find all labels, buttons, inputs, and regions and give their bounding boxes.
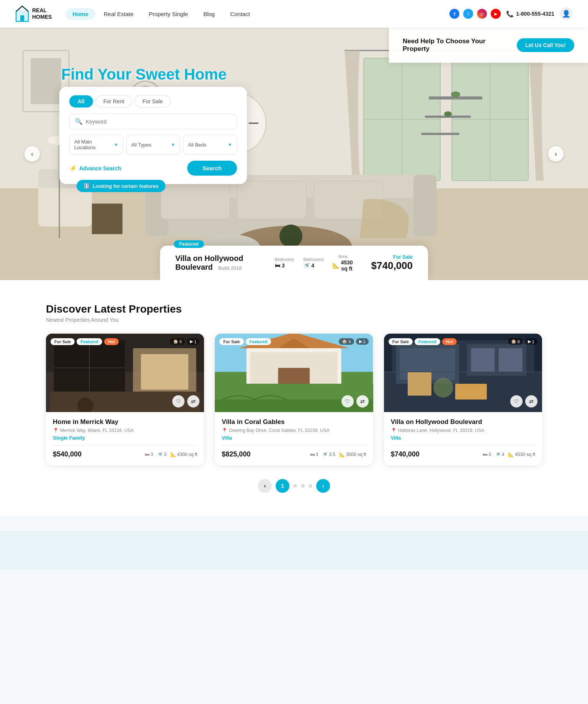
- photo-count-1: 🏠 6: [170, 338, 185, 345]
- card-price-2: $825,000: [222, 450, 250, 458]
- location-pin-3: 📍: [391, 428, 397, 433]
- favorite-btn-1[interactable]: ♡: [172, 395, 185, 407]
- dropdown-arrow-2: ▼: [171, 142, 175, 147]
- card-title-3: Villa on Hollywood Boulevard: [391, 418, 535, 426]
- nav-home[interactable]: Home: [65, 8, 95, 20]
- compare-btn-2[interactable]: ⇄: [356, 395, 369, 407]
- nav-right: f t ◎ ▶ 📞 1-800-555-4321 👤: [449, 7, 573, 20]
- card-counts-2: 🏠 4 ▶ 1: [339, 338, 368, 345]
- card-price-1: $540,000: [53, 450, 82, 458]
- nav-property-single[interactable]: Property Single: [142, 8, 195, 20]
- property-card-3[interactable]: For Sale Featured Hot 🏠 8 ▶ 1 ♡ ⇄ Villa …: [384, 334, 542, 465]
- prev-page-button[interactable]: ‹: [258, 479, 272, 493]
- featured-info: Villa on Hollywood Boulevard Build 2018: [175, 254, 267, 272]
- type-dropdown[interactable]: All Types ▼: [126, 135, 180, 155]
- compare-btn-3[interactable]: ⇄: [525, 395, 537, 407]
- search-dropdowns: All Main Locations ▼ All Types ▼ All Bed…: [69, 135, 237, 155]
- badge-sale-1: For Sale: [51, 338, 75, 345]
- svg-rect-74: [455, 384, 487, 399]
- svg-rect-33: [161, 181, 230, 219]
- badge-featured-2: Featured: [246, 338, 271, 345]
- dropdown-arrow-3: ▼: [228, 142, 232, 147]
- card-title-1: Home in Merrick Way: [53, 418, 197, 426]
- location-pin-2: 📍: [222, 428, 227, 433]
- logo[interactable]: REAL HOMES: [15, 5, 52, 23]
- photo-count-3: 🏠 8: [508, 338, 523, 345]
- call-button[interactable]: Let Us Call You!: [517, 38, 574, 52]
- search-button[interactable]: Search: [187, 161, 237, 176]
- svg-point-38: [279, 225, 302, 248]
- keyword-input[interactable]: [86, 119, 231, 125]
- featured-stats: Bedrooms 🛏 3 Bathrooms 🚿 4 Area 📐 4530 s…: [275, 254, 353, 272]
- discover-section: Discover Latest Properties Newest Proper…: [0, 280, 588, 516]
- twitter-icon[interactable]: t: [463, 9, 473, 19]
- hero-title: Find Your Sweet Home: [61, 66, 227, 83]
- card-image-1: For Sale Featured Hot 🏠 6 ▶ 1 ♡ ⇄: [46, 334, 204, 412]
- page-dot-2[interactable]: [301, 484, 305, 488]
- nav-contact[interactable]: Contact: [223, 8, 257, 20]
- tab-all[interactable]: All: [69, 95, 93, 108]
- tab-for-sale[interactable]: For Sale: [134, 95, 171, 108]
- nav-links: Home Real Estate Property Single Blog Co…: [65, 8, 257, 20]
- spec-area-1: 📐 4300 sq ft: [170, 452, 198, 457]
- facebook-icon[interactable]: f: [449, 9, 459, 19]
- discover-header: Discover Latest Properties Newest Proper…: [46, 303, 542, 323]
- svg-rect-71: [471, 348, 495, 372]
- property-card-1[interactable]: For Sale Featured Hot 🏠 6 ▶ 1 ♡ ⇄ Home i…: [46, 334, 204, 465]
- carousel-prev[interactable]: ‹: [24, 146, 40, 161]
- featured-badge: Featured: [174, 240, 204, 248]
- compare-btn-1[interactable]: ⇄: [187, 395, 199, 407]
- tab-for-rent[interactable]: For Rent: [95, 95, 132, 108]
- nav-real-estate[interactable]: Real Estate: [97, 8, 140, 20]
- card-footer-1: $540,000 🛏 3 🚿 3 📐 4300 sq ft: [53, 445, 197, 458]
- card-actions-3: ♡ ⇄: [510, 395, 537, 407]
- badge-hot-3: Hot: [442, 338, 457, 345]
- advance-search-button[interactable]: ⚡ Advance Search: [69, 165, 121, 172]
- phone-btn[interactable]: 📞 1-800-555-4321: [506, 10, 554, 18]
- bathrooms-value: 🚿 4: [303, 262, 323, 269]
- dropdown-arrow-1: ▼: [114, 142, 118, 147]
- carousel-next[interactable]: ›: [548, 146, 564, 161]
- card-body-3: Villa on Hollywood Boulevard 📍 Hatteras …: [384, 412, 542, 465]
- page-dot-1[interactable]: [293, 484, 297, 488]
- pagination: ‹ 1 ›: [46, 479, 542, 493]
- user-avatar[interactable]: 👤: [560, 7, 573, 20]
- info-icon: ℹ️: [83, 183, 90, 189]
- property-grid: For Sale Featured Hot 🏠 6 ▶ 1 ♡ ⇄ Home i…: [46, 334, 542, 465]
- favorite-btn-2[interactable]: ♡: [341, 395, 354, 407]
- svg-point-27: [451, 91, 460, 98]
- bedrooms-label: Bedrooms: [275, 257, 294, 262]
- stat-bedrooms: Bedrooms 🛏 3: [275, 257, 294, 269]
- price-status: For Sale: [371, 254, 413, 260]
- logo-icon: [15, 5, 29, 23]
- video-count-2: ▶ 1: [356, 338, 369, 345]
- help-banner: Need Help To Choose Your Property Let Us…: [389, 28, 588, 63]
- search-icon: 🔍: [75, 118, 83, 125]
- badge-sale-2: For Sale: [219, 338, 243, 345]
- card-type-1: Single Family: [53, 435, 197, 441]
- svg-rect-51: [141, 354, 188, 389]
- page-dot-3[interactable]: [309, 484, 312, 488]
- next-page-button[interactable]: ›: [316, 479, 330, 493]
- instagram-icon[interactable]: ◎: [477, 9, 487, 19]
- search-tabs: All For Rent For Sale: [69, 95, 237, 108]
- featured-year: Build 2018: [218, 265, 242, 271]
- svg-rect-34: [237, 181, 306, 219]
- card-body-2: Villa in Coral Gables 📍 Deering Bay Driv…: [215, 412, 373, 465]
- bathrooms-label: Bathrooms: [303, 257, 323, 262]
- area-label: Area: [333, 254, 353, 259]
- youtube-icon[interactable]: ▶: [491, 9, 501, 19]
- card-type-3: Villa: [391, 435, 535, 441]
- user-icon: 👤: [562, 10, 570, 18]
- card-actions-2: ♡ ⇄: [341, 395, 369, 407]
- card-specs-1: 🛏 3 🚿 3 📐 4300 sq ft: [145, 452, 197, 457]
- property-card-2[interactable]: For Sale Featured 🏠 4 ▶ 1 ♡ ⇄ Villa in C…: [215, 334, 373, 465]
- beds-dropdown[interactable]: All Beds ▼: [183, 135, 237, 155]
- looking-tag[interactable]: ℹ️ Looking for certain features: [77, 180, 165, 192]
- svg-rect-32: [413, 175, 436, 236]
- svg-rect-72: [498, 348, 522, 372]
- location-dropdown[interactable]: All Main Locations ▼: [69, 135, 123, 155]
- card-location-3: 📍 Hatteras Lane, Hollywood, FL 33019, US…: [391, 428, 535, 433]
- favorite-btn-3[interactable]: ♡: [510, 395, 523, 407]
- nav-blog[interactable]: Blog: [196, 8, 222, 20]
